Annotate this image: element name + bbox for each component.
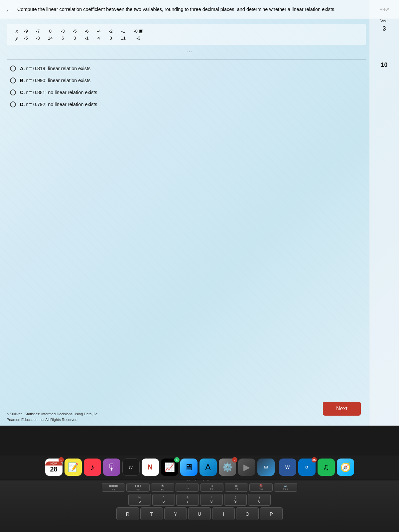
word-icon: W xyxy=(285,465,290,470)
key-P[interactable]: P xyxy=(260,507,283,520)
key-5-top: % xyxy=(138,496,141,499)
key-f5[interactable]: ⊡⊡ F5 xyxy=(126,483,150,492)
screen-area: ← Compute the linear correlation coeffic… xyxy=(0,0,399,426)
x-val-5: -5 xyxy=(69,27,81,35)
key-f9[interactable]: ⏭ F9 xyxy=(225,483,248,492)
dock-outlook[interactable]: O 25 xyxy=(298,459,316,476)
key-9-top: ( xyxy=(235,496,236,499)
fn-key-row: ⊞⊞⊞ F4 ⊡⊡ F5 ☀ F6 ⏮ F7 ⏯ F8 ⏭ F9 🔇 F10 🔉 xyxy=(7,483,392,492)
dock-appletv[interactable]: tv xyxy=(122,459,140,476)
x-label: x xyxy=(12,27,20,35)
answer-option-A[interactable]: A. r = 0.819; linear relation exists xyxy=(10,66,366,71)
key-U[interactable]: U xyxy=(188,507,211,520)
dock-music[interactable]: ♪ xyxy=(84,459,101,476)
key-f8[interactable]: ⏯ F8 xyxy=(200,483,223,492)
x-val-6: -6 xyxy=(81,27,93,35)
key-7[interactable]: & 7 xyxy=(176,494,199,506)
spotify-icon: ♫ xyxy=(323,462,330,472)
radio-D[interactable] xyxy=(10,101,16,107)
key-f7[interactable]: ⏮ F7 xyxy=(176,483,199,492)
y-val-8: 8 xyxy=(105,35,117,42)
stocks-icon: 📈 xyxy=(164,462,175,472)
key-Y[interactable]: Y xyxy=(164,507,187,520)
ellipsis: ··· xyxy=(7,48,366,55)
news-icon: N xyxy=(148,463,153,471)
key-I[interactable]: I xyxy=(212,507,235,520)
answer-text-C: C. r = 0.881; no linear relation exists xyxy=(20,90,97,95)
dock-imovie[interactable]: ▶ xyxy=(238,459,255,476)
dock-word[interactable]: W xyxy=(279,459,296,476)
answer-option-C[interactable]: C. r = 0.881; no linear relation exists xyxy=(10,89,366,95)
letter-key-row: R T Y U I O P xyxy=(7,507,392,520)
question-text: Compute the linear correlation coefficie… xyxy=(17,6,392,13)
outlook-badge: 25 xyxy=(312,457,317,463)
calendar-day: 28 xyxy=(50,466,57,473)
dock-notes[interactable]: 📝 xyxy=(65,459,82,476)
key-5[interactable]: % 5 xyxy=(128,494,151,506)
dock-divider xyxy=(277,461,277,474)
keyboard-area: ⊞⊞⊞ F4 ⊡⊡ F5 ☀ F6 ⏮ F7 ⏯ F8 ⏭ F9 🔇 F10 🔉 xyxy=(0,480,399,532)
key-0[interactable]: ) 0 xyxy=(248,494,271,506)
back-arrow-button[interactable]: ← xyxy=(5,7,12,15)
key-6[interactable]: ^ 6 xyxy=(152,494,175,506)
radio-A[interactable] xyxy=(10,66,16,71)
y-val-5: 3 xyxy=(69,35,81,42)
key-8[interactable]: * 8 xyxy=(200,494,223,506)
dock-stocks[interactable]: 📈 5 xyxy=(161,459,178,476)
footer-line1: n Sullivan: Statistics: Informed Decisio… xyxy=(7,411,98,417)
next-button[interactable]: Next xyxy=(323,402,361,416)
answer-option-D[interactable]: D. r = 0.792; no linear relation exists xyxy=(10,101,366,107)
f7-icon: ⏮ xyxy=(186,484,189,487)
dock-spotify[interactable]: ♫ xyxy=(318,459,335,476)
answer-option-B[interactable]: B. r = 0.990; linear relation exists xyxy=(10,77,366,83)
key-f11[interactable]: 🔉 F11 xyxy=(274,483,297,492)
key-O[interactable]: O xyxy=(236,507,259,520)
dock-podcast[interactable]: 🎙 xyxy=(103,459,120,476)
y-val-4: 6 xyxy=(57,35,69,42)
key-7-top: & xyxy=(187,496,189,499)
imovie-icon: ▶ xyxy=(243,462,250,472)
num-key-row: % 5 ^ 6 & 7 * 8 ( 9 ) 0 xyxy=(7,494,392,506)
answer-text-A: A. r = 0.819; linear relation exists xyxy=(20,66,90,71)
key-f4[interactable]: ⊞⊞⊞ F4 xyxy=(102,483,125,492)
y-val-7: 4 xyxy=(93,35,105,42)
calendar-badge: 1 xyxy=(59,457,64,463)
music-icon: ♪ xyxy=(90,462,94,472)
x-val-9: -1 xyxy=(117,27,130,35)
radio-C[interactable] xyxy=(10,89,16,95)
answer-text-B: B. r = 0.990; linear relation exists xyxy=(20,78,90,83)
y-val-2: -3 xyxy=(32,35,44,42)
systemprefs-icon: ⚙️ xyxy=(222,462,233,472)
stocks-badge: 5 xyxy=(174,457,180,463)
dock-news[interactable]: N xyxy=(142,459,159,476)
key-9[interactable]: ( 9 xyxy=(224,494,247,506)
radio-B[interactable] xyxy=(10,77,16,83)
key-f6[interactable]: ☀ F6 xyxy=(151,483,174,492)
dock-calendar[interactable]: NOV 28 1 xyxy=(45,459,63,476)
key-R[interactable]: R xyxy=(116,507,139,520)
main-content: x -9 -7 0 -3 -5 -6 -4 -2 -1 -8 ▣ y -5 -3… xyxy=(0,19,399,426)
key-0-top: ) xyxy=(259,496,260,499)
dock-safari[interactable]: 🧭 xyxy=(337,459,354,476)
answer-text-D: D. r = 0.792; no linear relation exists xyxy=(20,102,97,107)
x-val-1: -9 xyxy=(20,27,32,35)
notes-icon: 📝 xyxy=(68,462,78,472)
dock-finder[interactable]: 🖥 xyxy=(180,459,198,476)
dock: NOV 28 1 📝 ♪ 🎙 tv N 📈 5 🖥 A ⚙️ 2 ▶ xyxy=(0,456,399,479)
y-val-1: -5 xyxy=(20,35,32,42)
f10-icon: 🔇 xyxy=(259,484,263,487)
dock-mail[interactable]: ✉ xyxy=(257,459,275,476)
key-f10[interactable]: 🔇 F10 xyxy=(249,483,273,492)
dock-systemprefs[interactable]: ⚙️ 2 xyxy=(219,459,236,476)
y-val-6: -1 xyxy=(81,35,93,42)
x-val-7: -4 xyxy=(93,27,105,35)
key-T[interactable]: T xyxy=(140,507,163,520)
appstore-icon: A xyxy=(205,462,211,472)
f4-icon: ⊞⊞⊞ xyxy=(109,484,118,488)
f8-icon: ⏯ xyxy=(210,484,213,487)
appletv-icon: tv xyxy=(129,465,132,470)
dock-appstore[interactable]: A xyxy=(200,459,217,476)
f6-icon: ☀ xyxy=(161,484,164,488)
data-table: x -9 -7 0 -3 -5 -6 -4 -2 -1 -8 ▣ y -5 -3… xyxy=(12,27,147,42)
answer-choices: A. r = 0.819; linear relation exists B. … xyxy=(7,66,366,107)
